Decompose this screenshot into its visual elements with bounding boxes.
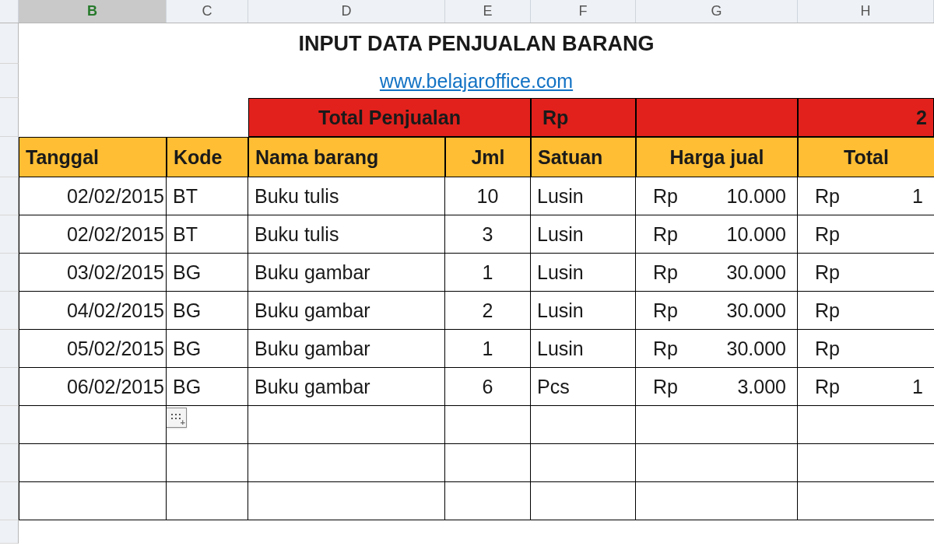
column-header-B[interactable]: B bbox=[19, 0, 167, 23]
cell-nama[interactable]: Buku gambar bbox=[248, 368, 445, 406]
cell-jml[interactable]: 2 bbox=[445, 292, 531, 330]
cell-tanggal[interactable]: 02/02/2015 bbox=[19, 177, 167, 215]
cell-harga[interactable]: Rp10.000 bbox=[636, 215, 798, 254]
row-header[interactable] bbox=[0, 444, 19, 482]
th-nama[interactable]: Nama barang bbox=[248, 137, 445, 177]
spreadsheet[interactable]: B C D E F G H INPUT DATA PENJUALAN BARAN… bbox=[0, 0, 934, 560]
select-all-corner[interactable] bbox=[0, 0, 19, 23]
row-header[interactable] bbox=[0, 98, 19, 137]
total-label-cell[interactable]: Total Penjualan bbox=[248, 98, 531, 137]
total-overflow-cell[interactable]: 2 bbox=[798, 98, 934, 137]
cell-kode[interactable]: BG bbox=[167, 330, 248, 368]
cell[interactable] bbox=[167, 444, 248, 482]
column-header-G[interactable]: G bbox=[636, 0, 798, 23]
cell-jml[interactable]: 1 bbox=[445, 330, 531, 368]
row-header[interactable] bbox=[0, 137, 19, 177]
cell-total[interactable]: Rp bbox=[798, 330, 934, 368]
cell-total[interactable]: Rp bbox=[798, 292, 934, 330]
cell[interactable] bbox=[636, 444, 798, 482]
cell[interactable] bbox=[19, 482, 167, 520]
cell[interactable]: + bbox=[167, 406, 248, 444]
cell-harga[interactable]: Rp30.000 bbox=[636, 292, 798, 330]
cell-nama[interactable]: Buku tulis bbox=[248, 215, 445, 254]
cell-harga[interactable]: Rp3.000 bbox=[636, 368, 798, 406]
cell[interactable] bbox=[248, 406, 445, 444]
cell-tanggal[interactable]: 05/02/2015 bbox=[19, 330, 167, 368]
cell[interactable] bbox=[531, 482, 636, 520]
th-tanggal[interactable]: Tanggal bbox=[19, 137, 167, 177]
cell[interactable] bbox=[798, 444, 934, 482]
cell[interactable] bbox=[531, 406, 636, 444]
cell[interactable] bbox=[636, 482, 798, 520]
cell-nama[interactable]: Buku gambar bbox=[248, 254, 445, 292]
row-header[interactable] bbox=[0, 482, 19, 520]
cell[interactable] bbox=[798, 482, 934, 520]
column-header-F[interactable]: F bbox=[531, 0, 636, 23]
cell-kode[interactable]: BT bbox=[167, 177, 248, 215]
cell[interactable] bbox=[445, 406, 531, 444]
autofill-options-icon[interactable]: + bbox=[167, 408, 187, 428]
cell-jml[interactable]: 3 bbox=[445, 215, 531, 254]
cell[interactable] bbox=[636, 406, 798, 444]
column-header-D[interactable]: D bbox=[248, 0, 445, 23]
column-header-E[interactable]: E bbox=[445, 0, 531, 23]
row-header[interactable] bbox=[0, 292, 19, 330]
cell-jml[interactable]: 6 bbox=[445, 368, 531, 406]
cell-jml[interactable]: 10 bbox=[445, 177, 531, 215]
cell-nama[interactable]: Buku gambar bbox=[248, 292, 445, 330]
cell-harga[interactable]: Rp10.000 bbox=[636, 177, 798, 215]
th-total[interactable]: Total bbox=[798, 137, 934, 177]
grid-body[interactable]: INPUT DATA PENJUALAN BARANG www.belajaro… bbox=[0, 23, 934, 544]
website-link[interactable]: www.belajaroffice.com bbox=[25, 70, 928, 93]
row-header[interactable] bbox=[0, 64, 19, 98]
cell-kode[interactable]: BG bbox=[167, 368, 248, 406]
row-header[interactable] bbox=[0, 368, 19, 406]
cell-kode[interactable]: BT bbox=[167, 215, 248, 254]
row-header[interactable] bbox=[0, 406, 19, 444]
cell-satuan[interactable]: Lusin bbox=[531, 177, 636, 215]
column-header-C[interactable]: C bbox=[167, 0, 248, 23]
cell[interactable] bbox=[248, 444, 445, 482]
cell-total[interactable]: Rp1 bbox=[798, 368, 934, 406]
cell-harga[interactable]: Rp30.000 bbox=[636, 254, 798, 292]
cell-nama[interactable]: Buku tulis bbox=[248, 177, 445, 215]
cell-nama[interactable]: Buku gambar bbox=[248, 330, 445, 368]
th-kode[interactable]: Kode bbox=[167, 137, 248, 177]
cell-total[interactable]: Rp1 bbox=[798, 177, 934, 215]
cell-satuan[interactable]: Lusin bbox=[531, 292, 636, 330]
row-header[interactable] bbox=[0, 254, 19, 292]
cell[interactable] bbox=[445, 444, 531, 482]
column-header-H[interactable]: H bbox=[798, 0, 934, 23]
row-header[interactable] bbox=[0, 215, 19, 254]
row-header[interactable] bbox=[0, 23, 19, 64]
cell[interactable] bbox=[248, 482, 445, 520]
total-value-cell[interactable] bbox=[636, 98, 798, 137]
cell-total[interactable]: Rp bbox=[798, 215, 934, 254]
cell-kode[interactable]: BG bbox=[167, 292, 248, 330]
cell-tanggal[interactable]: 06/02/2015 bbox=[19, 368, 167, 406]
cell-satuan[interactable]: Lusin bbox=[531, 215, 636, 254]
cell-tanggal[interactable]: 02/02/2015 bbox=[19, 215, 167, 254]
cell[interactable] bbox=[19, 406, 167, 444]
th-harga[interactable]: Harga jual bbox=[636, 137, 798, 177]
row-header[interactable] bbox=[0, 177, 19, 215]
cell-harga[interactable]: Rp30.000 bbox=[636, 330, 798, 368]
cell[interactable] bbox=[531, 444, 636, 482]
cell[interactable] bbox=[445, 482, 531, 520]
cell-kode[interactable]: BG bbox=[167, 254, 248, 292]
cell-tanggal[interactable]: 04/02/2015 bbox=[19, 292, 167, 330]
cell-satuan[interactable]: Lusin bbox=[531, 254, 636, 292]
cell-jml[interactable]: 1 bbox=[445, 254, 531, 292]
th-jml[interactable]: Jml bbox=[445, 137, 531, 177]
cell-satuan[interactable]: Lusin bbox=[531, 330, 636, 368]
cell[interactable] bbox=[167, 482, 248, 520]
row-header[interactable] bbox=[0, 330, 19, 368]
cell-tanggal[interactable]: 03/02/2015 bbox=[19, 254, 167, 292]
cell[interactable] bbox=[798, 406, 934, 444]
cell-satuan[interactable]: Pcs bbox=[531, 368, 636, 406]
cell-total[interactable]: Rp bbox=[798, 254, 934, 292]
row-header[interactable] bbox=[0, 520, 19, 544]
th-satuan[interactable]: Satuan bbox=[531, 137, 636, 177]
total-currency-cell[interactable]: Rp bbox=[531, 98, 636, 137]
cell[interactable] bbox=[19, 444, 167, 482]
